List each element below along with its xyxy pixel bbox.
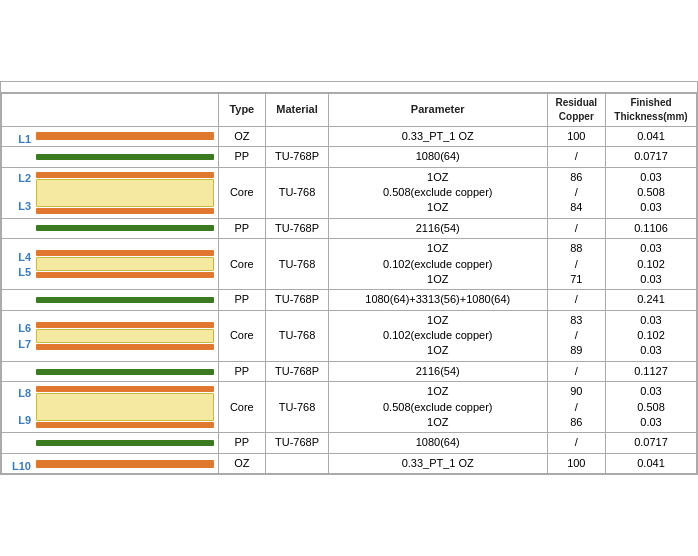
layer-strip-orange [36,460,214,468]
parameter-cell: 1OZ 0.508(exclude copper) 1OZ [328,167,547,218]
material-cell: TU-768P [266,433,329,453]
table-row: L10OZ0.33_PT_1 OZ1000.041 [2,453,697,473]
table-row: L2L3CoreTU-7681OZ 0.508(exclude copper) … [2,167,697,218]
visual-cell: L4L5 [2,239,219,290]
visual-cell [2,433,219,453]
parameter-cell: 2116(54) [328,218,547,238]
finished-cell: 0.0717 [606,433,697,453]
parameter-cell: 1080(64)+3313(56)+1080(64) [328,290,547,310]
type-cell: OZ [218,453,266,473]
material-cell: TU-768 [266,310,329,361]
layer-label: L7 [18,337,34,352]
material-cell: TU-768P [266,218,329,238]
residual-cell: 83 / 89 [547,310,605,361]
visual-cell: L6L7 [2,310,219,361]
finished-cell: 0.241 [606,290,697,310]
title [1,82,697,93]
type-cell: PP [218,361,266,381]
layer-strip-orange [36,344,214,350]
visual-cell [2,147,219,167]
type-cell: PP [218,147,266,167]
layer-strip-yellow [36,329,214,343]
type-cell: Core [218,382,266,433]
layer-label: L9 [18,413,34,428]
layer-strip-yellow [36,179,214,207]
material-cell: TU-768P [266,290,329,310]
finished-cell: 0.1106 [606,218,697,238]
residual-cell: / [547,290,605,310]
visual-cell: L1 [2,126,219,146]
stackup-container: Type Material Parameter ResidualCopper F… [0,81,698,475]
layer-strip-yellow [36,393,214,421]
residual-cell: 86 / 84 [547,167,605,218]
type-cell: OZ [218,126,266,146]
type-cell: PP [218,290,266,310]
parameter-cell: 0.33_PT_1 OZ [328,126,547,146]
parameter-cell: 0.33_PT_1 OZ [328,453,547,473]
table-row: PPTU-768P2116(54)/0.1127 [2,361,697,381]
residual-cell: 100 [547,453,605,473]
finished-cell: 0.1127 [606,361,697,381]
parameter-cell: 1080(64) [328,433,547,453]
layer-strip-orange [36,132,214,140]
residual-cell: / [547,433,605,453]
layer-strip-orange [36,386,214,392]
visual-cell [2,290,219,310]
layer-strip-orange [36,172,214,178]
parameter-cell: 1OZ 0.508(exclude copper) 1OZ [328,382,547,433]
visual-cell: L10 [2,453,219,473]
header-material: Material [266,93,329,126]
residual-cell: / [547,218,605,238]
table-row: PPTU-768P1080(64)+3313(56)+1080(64)/0.24… [2,290,697,310]
header-residual: ResidualCopper [547,93,605,126]
table-row: PPTU-768P1080(64)/0.0717 [2,433,697,453]
residual-cell: 90 / 86 [547,382,605,433]
layer-label: L6 [18,321,34,336]
table-row: L6L7CoreTU-7681OZ 0.102(exclude copper) … [2,310,697,361]
layer-label: L3 [18,199,34,214]
layer-label: L1 [18,132,34,147]
table-row: L4L5CoreTU-7681OZ 0.102(exclude copper) … [2,239,697,290]
layer-strip-orange [36,322,214,328]
material-cell [266,453,329,473]
residual-cell: / [547,147,605,167]
finished-cell: 0.03 0.102 0.03 [606,239,697,290]
parameter-cell: 1OZ 0.102(exclude copper) 1OZ [328,239,547,290]
layer-strip-green [36,440,214,446]
table-header: Type Material Parameter ResidualCopper F… [2,93,697,126]
table-row: PPTU-768P2116(54)/0.1106 [2,218,697,238]
table-row: L1OZ0.33_PT_1 OZ1000.041 [2,126,697,146]
table-row: L8L9CoreTU-7681OZ 0.508(exclude copper) … [2,382,697,433]
layer-strip-green [36,297,214,303]
material-cell: TU-768 [266,382,329,433]
parameter-cell: 2116(54) [328,361,547,381]
layer-label: L5 [18,265,34,280]
material-cell: TU-768 [266,167,329,218]
layer-label: L4 [18,250,34,265]
material-cell: TU-768P [266,147,329,167]
material-cell: TU-768 [266,239,329,290]
layer-strip-orange [36,422,214,428]
layer-label: L8 [18,386,34,401]
visual-cell [2,361,219,381]
finished-cell: 0.03 0.102 0.03 [606,310,697,361]
type-cell: Core [218,310,266,361]
visual-cell: L2L3 [2,167,219,218]
header-parameter: Parameter [328,93,547,126]
layer-strip-orange [36,208,214,214]
layer-label: L2 [18,171,34,186]
finished-cell: 0.0717 [606,147,697,167]
layer-strip-green [36,369,214,375]
residual-cell: 88 / 71 [547,239,605,290]
table-row: PPTU-768P1080(64)/0.0717 [2,147,697,167]
finished-cell: 0.041 [606,126,697,146]
visual-cell [2,218,219,238]
header-type: Type [218,93,266,126]
layer-strip-green [36,225,214,231]
header-visual [2,93,219,126]
header-finished: FinishedThickness(mm) [606,93,697,126]
type-cell: Core [218,167,266,218]
parameter-cell: 1080(64) [328,147,547,167]
stackup-table: Type Material Parameter ResidualCopper F… [1,93,697,474]
type-cell: PP [218,433,266,453]
